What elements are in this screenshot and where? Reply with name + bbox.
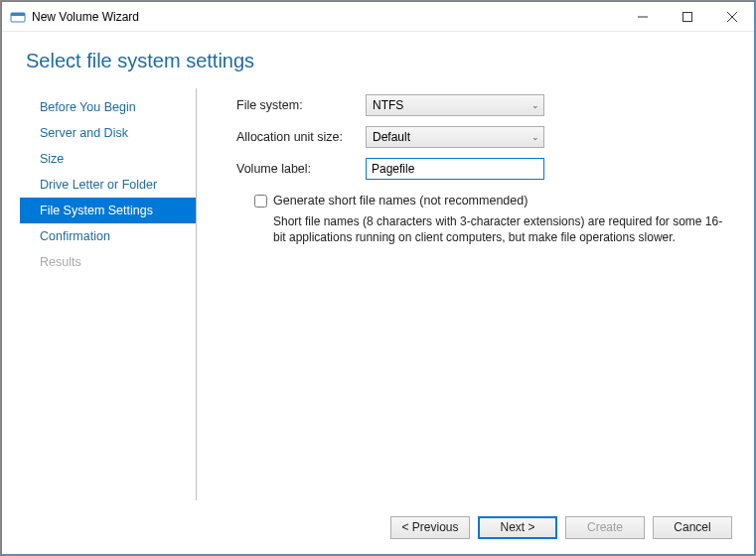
step-server-and-disk[interactable]: Server and Disk <box>26 120 196 146</box>
content-area: Before You Begin Server and Disk Size Dr… <box>2 88 754 500</box>
window-title: New Volume Wizard <box>32 10 620 24</box>
minimize-button[interactable] <box>620 2 665 31</box>
allocation-row: Allocation unit size: Default ⌄ <box>236 126 724 148</box>
allocation-combo[interactable]: Default ⌄ <box>366 126 544 148</box>
file-system-combo[interactable]: NTFS ⌄ <box>366 94 544 116</box>
titlebar: New Volume Wizard <box>2 2 754 32</box>
short-names-label: Generate short file names (not recommend… <box>273 194 528 208</box>
short-names-row: Generate short file names (not recommend… <box>236 194 724 208</box>
step-size[interactable]: Size <box>26 146 196 172</box>
window-controls <box>620 2 754 31</box>
allocation-label: Allocation unit size: <box>236 130 366 144</box>
volume-label-row: Volume label: <box>236 158 724 180</box>
volume-label-input[interactable] <box>366 158 544 180</box>
next-button[interactable]: Next > <box>478 516 557 539</box>
chevron-down-icon: ⌄ <box>531 132 539 142</box>
svg-rect-3 <box>682 12 691 21</box>
allocation-value: Default <box>373 130 410 144</box>
short-names-description: Short file names (8 characters with 3-ch… <box>273 213 724 245</box>
create-button: Create <box>565 516 645 539</box>
step-results: Results <box>26 249 196 275</box>
step-sidebar: Before You Begin Server and Disk Size Dr… <box>26 88 197 500</box>
footer-buttons: < Previous Next > Create Cancel <box>2 500 754 554</box>
wizard-body: Select file system settings Before You B… <box>2 32 754 554</box>
file-system-row: File system: NTFS ⌄ <box>236 94 724 116</box>
file-system-value: NTFS <box>373 98 403 112</box>
cancel-button[interactable]: Cancel <box>653 516 732 539</box>
svg-rect-1 <box>11 13 25 16</box>
form-area: File system: NTFS ⌄ Allocation unit size… <box>197 88 730 500</box>
maximize-button[interactable] <box>665 2 709 31</box>
chevron-down-icon: ⌄ <box>531 100 539 110</box>
step-before-you-begin[interactable]: Before You Begin <box>26 94 196 120</box>
file-system-label: File system: <box>236 98 366 112</box>
previous-button[interactable]: < Previous <box>390 516 470 539</box>
step-drive-letter[interactable]: Drive Letter or Folder <box>26 172 196 198</box>
close-button[interactable] <box>709 2 754 31</box>
volume-label-label: Volume label: <box>236 162 366 176</box>
app-icon <box>10 9 26 25</box>
step-confirmation[interactable]: Confirmation <box>26 223 196 249</box>
step-file-system-settings[interactable]: File System Settings <box>20 198 196 223</box>
wizard-window: New Volume Wizard Select file system set… <box>1 1 755 555</box>
page-title: Select file system settings <box>2 32 754 88</box>
short-names-checkbox[interactable] <box>254 195 267 208</box>
